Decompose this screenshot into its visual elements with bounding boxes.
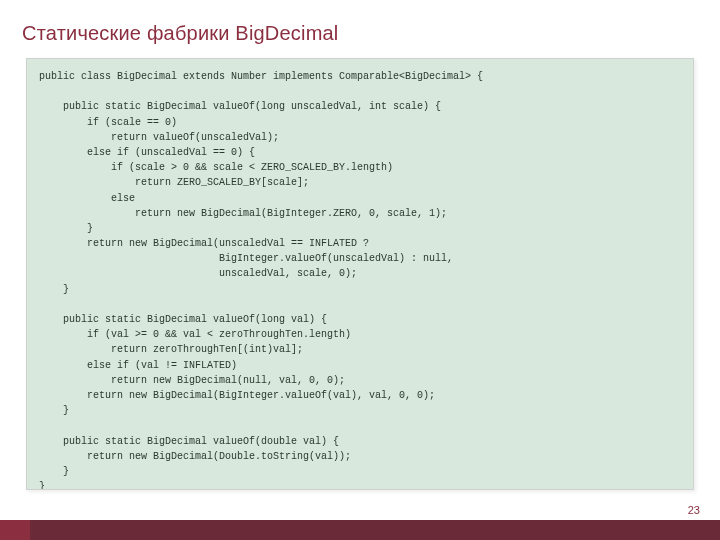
- slide-title: Статические фабрики BigDecimal: [22, 22, 339, 45]
- footer-bar: [0, 520, 720, 540]
- footer-accent: [0, 520, 30, 540]
- page-number: 23: [688, 504, 700, 516]
- code-block: public class BigDecimal extends Number i…: [26, 58, 694, 490]
